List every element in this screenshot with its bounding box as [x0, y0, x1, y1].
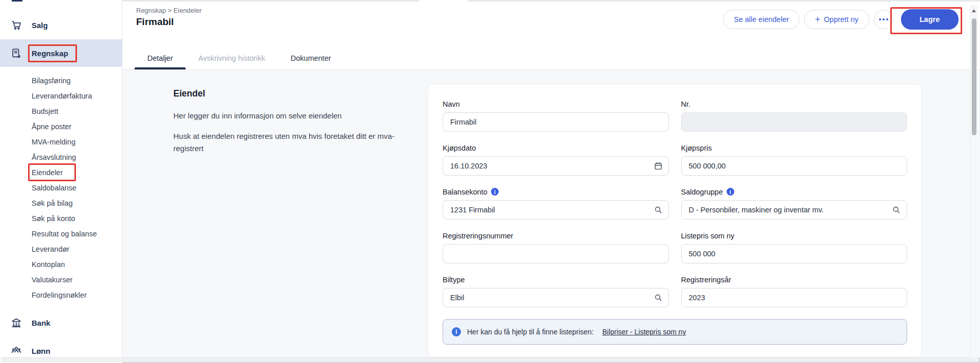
- section-description: Eiendel Her legger du inn informasjon om…: [173, 88, 405, 163]
- saldogruppe-input[interactable]: [681, 200, 908, 220]
- sidebar-item-leverandorfaktura[interactable]: Leverandørfaktura: [0, 88, 122, 104]
- plus-icon: +: [815, 15, 820, 24]
- ellipsis-icon: [879, 18, 881, 20]
- field-listepris: Listepris som ny: [681, 231, 908, 263]
- app-window: Salg Regnskap Bilagsføring Leverandørfak…: [0, 0, 980, 363]
- registreringsnummer-input[interactable]: [443, 244, 669, 263]
- page-header: Regnskap > Eiendeler Firmabil Se alle ei…: [122, 0, 980, 70]
- sidebar-item-bilagsforing[interactable]: Bilagsføring: [0, 73, 122, 88]
- nr-input: [681, 112, 908, 132]
- sidebar-item-budsjett[interactable]: Budsjett: [0, 104, 122, 119]
- calendar-icon[interactable]: [654, 161, 663, 171]
- sidebar-item-kontoplan[interactable]: Kontoplan: [0, 257, 122, 272]
- search-icon[interactable]: [654, 293, 663, 302]
- sidebar-item-salg[interactable]: Salg: [0, 16, 122, 34]
- biltype-input[interactable]: [443, 288, 669, 307]
- field-kjopspris: Kjøpspris: [681, 143, 908, 176]
- sidebar-item-mva-melding[interactable]: MVA-melding: [0, 134, 122, 150]
- sidebar-item-label: Bank: [32, 319, 50, 327]
- sidebar-item-resultat-og-balanse[interactable]: Resultat og balanse: [0, 226, 122, 241]
- section-description-1: Her legger du inn informasjon om selve e…: [173, 110, 405, 122]
- field-navn: Navn: [443, 100, 669, 132]
- search-icon[interactable]: [654, 205, 663, 214]
- sidebar-item-regnskap[interactable]: Regnskap: [0, 44, 122, 62]
- browser-edge-strip: [122, 0, 980, 2]
- bilpriser-link[interactable]: Bilpriser - Listepris som ny: [602, 328, 686, 336]
- registreringsar-label: Registreringsår: [681, 275, 908, 284]
- create-new-button[interactable]: + Opprett ny: [804, 10, 869, 29]
- field-registreringsnummer: Registreringsnummer: [443, 231, 669, 263]
- navn-label: Navn: [443, 100, 669, 108]
- tab-avskrivning-historikk[interactable]: Avskrivning historikk: [186, 54, 278, 69]
- navn-input[interactable]: [443, 112, 669, 132]
- sidebar: Salg Regnskap Bilagsføring Leverandørfak…: [0, 0, 122, 363]
- scrolled-icon-remnant: [12, 0, 22, 2]
- sidebar-item-arsavslutning[interactable]: Årsavslutning: [0, 150, 122, 165]
- tab-bar: Detaljer Avskrivning historikk Dokumente…: [135, 54, 344, 69]
- sidebar-item-apne-poster[interactable]: Åpne poster: [0, 119, 122, 134]
- field-registreringsar: Registreringsår: [681, 275, 908, 307]
- kjopsdato-label: Kjøpsdato: [443, 143, 669, 152]
- info-icon: i: [452, 327, 461, 336]
- sidebar-item-sok-pa-konto[interactable]: Søk på konto: [0, 211, 122, 226]
- asset-form-card: Navn Nr. Kjøpsdato: [428, 84, 922, 357]
- ledger-icon: [11, 47, 22, 59]
- saldogruppe-label: Saldogruppe i: [681, 187, 908, 196]
- listepris-help-banner: i Her kan du få hjelp til å finne listep…: [443, 319, 907, 345]
- sidebar-item-bank[interactable]: Bank: [0, 313, 122, 332]
- save-button[interactable]: Lagre: [901, 9, 959, 30]
- main-content: Eiendel Her legger du inn informasjon om…: [122, 70, 980, 357]
- people-icon: [11, 345, 22, 356]
- registreringsnummer-label: Registreringsnummer: [443, 231, 669, 240]
- window-bottom-edge: [1, 357, 979, 362]
- asset-form: Navn Nr. Kjøpsdato: [428, 84, 921, 345]
- header-actions: Se alle eiendeler + Opprett ny Lagre: [723, 7, 962, 32]
- listepris-input[interactable]: [681, 244, 908, 263]
- section-title: Eiendel: [173, 88, 405, 99]
- nr-label: Nr.: [681, 100, 908, 108]
- balansekonto-label: Balansekonto i: [443, 187, 669, 196]
- section-description-2: Husk at eiendelen registreres uten mva h…: [173, 130, 405, 154]
- kjopspris-input[interactable]: [681, 156, 908, 176]
- balansekonto-input[interactable]: [443, 200, 669, 220]
- field-saldogruppe: Saldogruppe i: [681, 187, 908, 220]
- sidebar-item-valutakurser[interactable]: Valutakurser: [0, 272, 122, 287]
- kjopsdato-input[interactable]: [443, 156, 669, 176]
- vertical-scrollbar[interactable]: [970, 5, 977, 358]
- info-icon[interactable]: i: [727, 188, 734, 196]
- save-button-wrap: Lagre: [898, 7, 962, 32]
- sidebar-item-label: Lønn: [32, 347, 50, 355]
- sidebar-item-saldobalanse[interactable]: Saldobalanse: [0, 180, 122, 196]
- biltype-label: Biltype: [443, 275, 669, 284]
- scrollbar-up-arrow[interactable]: [972, 9, 976, 12]
- tab-detaljer[interactable]: Detaljer: [135, 54, 186, 69]
- info-icon[interactable]: i: [491, 188, 499, 196]
- scrollbar-thumb[interactable]: [972, 18, 976, 135]
- field-kjopsdato: Kjøpsdato: [443, 143, 669, 176]
- sidebar-item-fordelingsnokler[interactable]: Fordelingsnøkler: [0, 287, 122, 303]
- cart-icon: [11, 19, 22, 31]
- sidebar-item-eiendeler[interactable]: Eiendeler: [0, 165, 122, 180]
- browser-tab-gap: [419, 0, 468, 2]
- see-all-assets-button[interactable]: Se alle eiendeler: [723, 10, 800, 29]
- field-nr: Nr.: [681, 100, 908, 132]
- sidebar-item-sok-pa-bilag[interactable]: Søk på bilag: [0, 196, 122, 211]
- sidebar-subnav: Bilagsføring Leverandørfaktura Budsjett …: [0, 73, 122, 303]
- banner-text: Her kan du få hjelp til å finne listepri…: [467, 328, 594, 336]
- listepris-label: Listepris som ny: [681, 231, 908, 240]
- search-icon[interactable]: [892, 205, 901, 214]
- field-biltype: Biltype: [443, 275, 669, 307]
- tab-dokumenter[interactable]: Dokumenter: [278, 54, 344, 69]
- sidebar-item-label: Salg: [32, 21, 48, 30]
- page-title: Firmabil: [136, 16, 174, 28]
- breadcrumb[interactable]: Regnskap > Eiendeler: [136, 7, 201, 14]
- kjopspris-label: Kjøpspris: [681, 143, 908, 152]
- registreringsar-input[interactable]: [681, 288, 908, 307]
- bank-icon: [11, 317, 22, 328]
- more-options-button[interactable]: [874, 10, 893, 29]
- sidebar-item-label: Regnskap: [32, 49, 68, 58]
- sidebar-item-leverandor[interactable]: Leverandør: [0, 241, 122, 257]
- field-balansekonto: Balansekonto i: [443, 187, 669, 220]
